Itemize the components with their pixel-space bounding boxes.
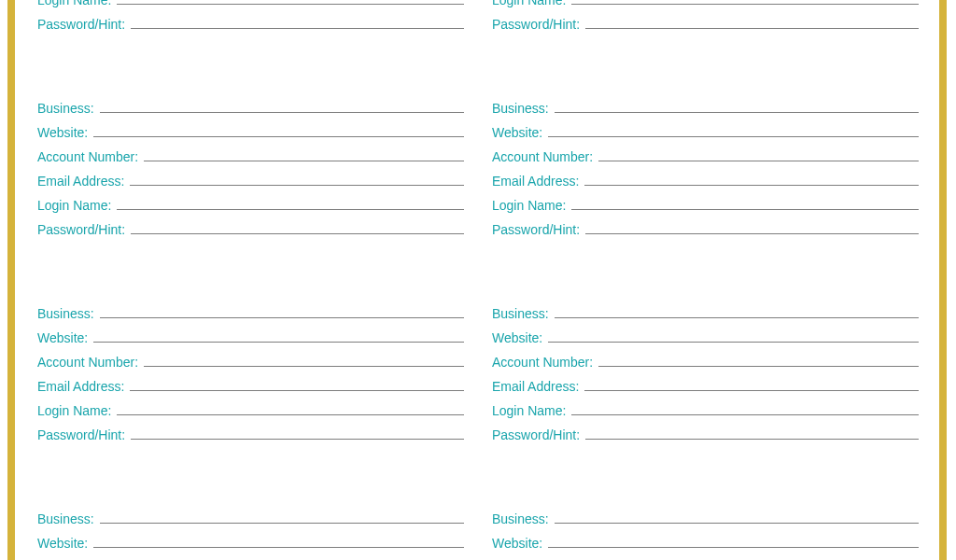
label-login-name: Login Name: bbox=[492, 198, 566, 213]
fill-line[interactable] bbox=[131, 220, 464, 234]
entry-block-right: Business: Website: Account Number: Email… bbox=[492, 510, 919, 560]
field-website: Website: bbox=[37, 123, 464, 142]
fill-line[interactable] bbox=[93, 534, 464, 548]
field-business: Business: bbox=[492, 304, 919, 323]
fill-line[interactable] bbox=[548, 329, 919, 343]
label-account-number: Account Number: bbox=[492, 149, 593, 164]
field-login-name: Login Name: bbox=[37, 196, 464, 215]
fill-line[interactable] bbox=[548, 123, 919, 137]
label-business: Business: bbox=[492, 511, 549, 526]
field-password-hint: Password/Hint: bbox=[492, 220, 919, 239]
label-account-number: Account Number: bbox=[37, 355, 138, 370]
entry-block-right: Login Name: Password/Hint: bbox=[492, 0, 919, 34]
fill-line[interactable] bbox=[117, 401, 464, 415]
label-business: Business: bbox=[37, 306, 94, 321]
field-email-address: Email Address: bbox=[492, 377, 919, 396]
fill-line[interactable] bbox=[130, 172, 464, 186]
fill-line[interactable] bbox=[144, 353, 464, 367]
fill-line[interactable] bbox=[585, 426, 919, 440]
label-website: Website: bbox=[492, 330, 542, 345]
label-email-address: Email Address: bbox=[37, 174, 124, 189]
fill-line[interactable] bbox=[100, 304, 464, 318]
fill-line[interactable] bbox=[584, 172, 919, 186]
fill-line[interactable] bbox=[584, 377, 919, 391]
field-password-hint: Password/Hint: bbox=[492, 15, 919, 34]
form-page: Login Name: Password/Hint: Login Name: P… bbox=[37, 0, 919, 560]
field-password-hint: Password/Hint: bbox=[37, 15, 464, 34]
fill-line[interactable] bbox=[598, 147, 919, 161]
label-email-address: Email Address: bbox=[37, 379, 124, 394]
entry-block-left: Login Name: Password/Hint: bbox=[37, 0, 464, 34]
entry-row: Login Name: Password/Hint: Login Name: P… bbox=[37, 0, 919, 34]
field-login-name: Login Name: bbox=[37, 401, 464, 420]
entry-block-left: Business: Website: Account Number: Email… bbox=[37, 304, 464, 444]
fill-line[interactable] bbox=[598, 353, 919, 367]
fill-line[interactable] bbox=[93, 123, 464, 137]
field-website: Website: bbox=[492, 329, 919, 347]
label-password-hint: Password/Hint: bbox=[37, 222, 125, 237]
fill-line[interactable] bbox=[555, 510, 919, 524]
fill-line[interactable] bbox=[100, 510, 464, 524]
entry-block-right: Business: Website: Account Number: Email… bbox=[492, 99, 919, 239]
field-account-number: Account Number: bbox=[37, 147, 464, 166]
entry-row: Business: Website: Account Number: Email… bbox=[37, 304, 919, 444]
label-account-number: Account Number: bbox=[492, 355, 593, 370]
fill-line[interactable] bbox=[555, 304, 919, 318]
label-password-hint: Password/Hint: bbox=[492, 17, 580, 32]
label-password-hint: Password/Hint: bbox=[492, 222, 580, 237]
field-business: Business: bbox=[37, 510, 464, 528]
fill-line[interactable] bbox=[144, 147, 464, 161]
field-login-name: Login Name: bbox=[37, 0, 464, 9]
label-login-name: Login Name: bbox=[492, 403, 566, 418]
label-website: Website: bbox=[37, 536, 88, 551]
label-account-number: Account Number: bbox=[37, 149, 138, 164]
field-business: Business: bbox=[37, 99, 464, 118]
fill-line[interactable] bbox=[585, 220, 919, 234]
entry-block-left: Business: Website: Account Number: Email… bbox=[37, 99, 464, 239]
fill-line[interactable] bbox=[585, 15, 919, 29]
field-password-hint: Password/Hint: bbox=[37, 220, 464, 239]
entry-row: Business: Website: Account Number: Email… bbox=[37, 99, 919, 239]
label-email-address: Email Address: bbox=[492, 379, 579, 394]
label-website: Website: bbox=[37, 330, 88, 345]
field-account-number: Account Number: bbox=[492, 147, 919, 166]
fill-line[interactable] bbox=[555, 99, 919, 113]
field-website: Website: bbox=[37, 329, 464, 347]
field-email-address: Email Address: bbox=[492, 172, 919, 190]
fill-line[interactable] bbox=[130, 377, 464, 391]
field-login-name: Login Name: bbox=[492, 196, 919, 215]
label-login-name: Login Name: bbox=[37, 198, 111, 213]
label-business: Business: bbox=[492, 101, 549, 116]
field-email-address: Email Address: bbox=[37, 377, 464, 396]
field-login-name: Login Name: bbox=[492, 0, 919, 9]
fill-line[interactable] bbox=[93, 329, 464, 343]
fill-line[interactable] bbox=[548, 534, 919, 548]
fill-line[interactable] bbox=[571, 0, 919, 5]
fill-line[interactable] bbox=[117, 196, 464, 210]
field-website: Website: bbox=[492, 534, 919, 553]
label-login-name: Login Name: bbox=[492, 0, 566, 7]
fill-line[interactable] bbox=[131, 426, 464, 440]
label-website: Website: bbox=[492, 125, 542, 140]
fill-line[interactable] bbox=[571, 196, 919, 210]
field-business: Business: bbox=[37, 304, 464, 323]
field-password-hint: Password/Hint: bbox=[37, 426, 464, 444]
field-login-name: Login Name: bbox=[492, 401, 919, 420]
label-password-hint: Password/Hint: bbox=[37, 17, 125, 32]
field-email-address: Email Address: bbox=[37, 172, 464, 190]
entry-row: Business: Website: Account Number: Email… bbox=[37, 510, 919, 560]
label-business: Business: bbox=[492, 306, 549, 321]
label-business: Business: bbox=[37, 101, 94, 116]
label-login-name: Login Name: bbox=[37, 403, 111, 418]
field-account-number: Account Number: bbox=[37, 353, 464, 371]
field-business: Business: bbox=[492, 99, 919, 118]
fill-line[interactable] bbox=[571, 401, 919, 415]
label-email-address: Email Address: bbox=[492, 174, 579, 189]
fill-line[interactable] bbox=[131, 15, 464, 29]
field-website: Website: bbox=[492, 123, 919, 142]
fill-line[interactable] bbox=[100, 99, 464, 113]
fill-line[interactable] bbox=[117, 0, 464, 5]
field-account-number: Account Number: bbox=[492, 353, 919, 371]
label-password-hint: Password/Hint: bbox=[492, 427, 580, 442]
label-website: Website: bbox=[492, 536, 542, 551]
